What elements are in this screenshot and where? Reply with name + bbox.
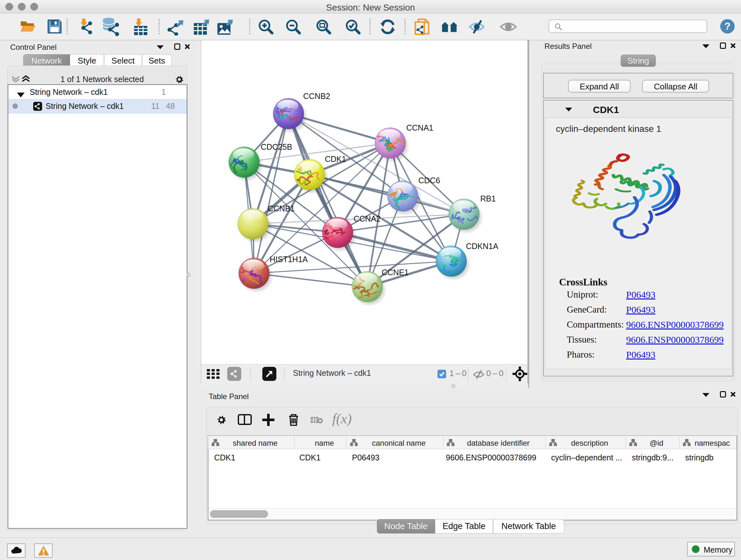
svg-text:CDC25B: CDC25B — [261, 142, 292, 151]
svg-text:CDC6: CDC6 — [418, 176, 440, 185]
svg-text:CDKN1A: CDKN1A — [466, 242, 498, 251]
svg-text:RB1: RB1 — [480, 194, 496, 203]
svg-text:CDK1: CDK1 — [325, 154, 346, 164]
svg-text:CCNA2: CCNA2 — [354, 214, 381, 223]
svg-text:?: ? — [724, 20, 731, 32]
svg-text:CCNA1: CCNA1 — [406, 123, 433, 132]
svg-text:HIST1H1A: HIST1H1A — [270, 255, 308, 264]
svg-text:CCNB2: CCNB2 — [303, 91, 330, 101]
svg-text:CCNB1: CCNB1 — [268, 204, 295, 213]
svg-text:CCNE1: CCNE1 — [382, 268, 409, 277]
